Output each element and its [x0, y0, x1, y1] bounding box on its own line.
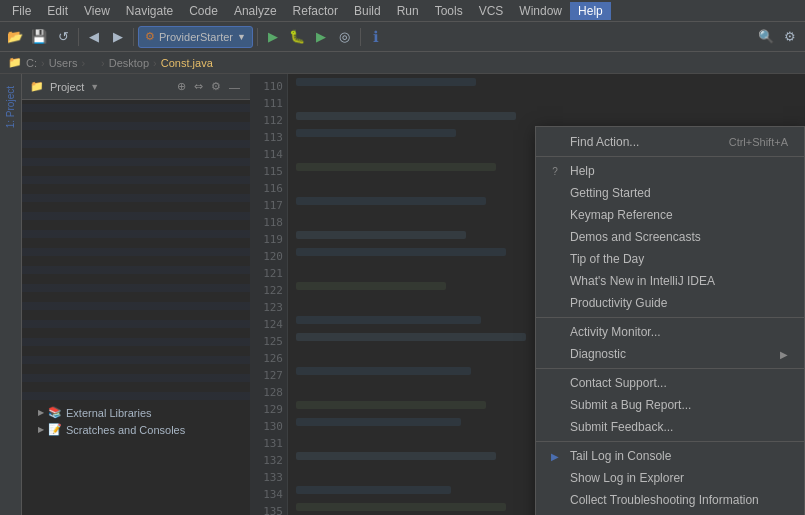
menu-item-keymap[interactable]: Keymap Reference: [536, 204, 804, 226]
run-config-selector[interactable]: ⚙ ProviderStarter ▼: [138, 26, 253, 48]
productivity-label: Productivity Guide: [570, 296, 667, 310]
getting-started-label: Getting Started: [570, 186, 651, 200]
toolbar-save-btn[interactable]: 💾: [28, 26, 50, 48]
toolbar-refresh-btn[interactable]: ↺: [52, 26, 74, 48]
menu-item-whats-new[interactable]: What's New in IntelliJ IDEA: [536, 270, 804, 292]
toolbar-sep4: [360, 28, 361, 46]
menu-sep-0: [536, 156, 804, 157]
menu-item-help[interactable]: ? Help: [536, 160, 804, 182]
menu-item-diagnostic[interactable]: Diagnostic ▶: [536, 343, 804, 365]
find-action-label: Find Action...: [570, 135, 639, 149]
collect-label: Collect Troubleshooting Information: [570, 493, 759, 507]
run-config-icon: ⚙: [145, 30, 155, 43]
toolbar: 📂 💾 ↺ ◀ ▶ ⚙ ProviderStarter ▼ ▶ 🐛 ▶ ◎ ℹ …: [0, 22, 805, 52]
menu-sep-2: [536, 368, 804, 369]
whats-new-label: What's New in IntelliJ IDEA: [570, 274, 715, 288]
tip-label: Tip of the Day: [570, 252, 644, 266]
contact-support-label: Contact Support...: [570, 376, 667, 390]
menu-window[interactable]: Window: [511, 2, 570, 20]
menu-run[interactable]: Run: [389, 2, 427, 20]
breadcrumb-folder-icon: 📁: [8, 56, 22, 69]
menu-refactor[interactable]: Refactor: [285, 2, 346, 20]
menu-item-tip[interactable]: Tip of the Day: [536, 248, 804, 270]
menu-item-demos[interactable]: Demos and Screencasts: [536, 226, 804, 248]
tree-scratches-label: Scratches and Consoles: [66, 424, 185, 436]
help-icon: ?: [548, 166, 562, 177]
menu-tools[interactable]: Tools: [427, 2, 471, 20]
toolbar-run-btn[interactable]: ▶: [262, 26, 284, 48]
menu-edit[interactable]: Edit: [39, 2, 76, 20]
tail-log-arrow-icon: ▶: [548, 451, 562, 462]
line-numbers: 110111112113114 115116117118119 12012112…: [250, 74, 288, 515]
menu-file[interactable]: File: [4, 2, 39, 20]
run-config-arrow: ▼: [237, 32, 246, 42]
left-stripe: 1: Project: [0, 74, 22, 515]
menu-view[interactable]: View: [76, 2, 118, 20]
breadcrumb-desktop[interactable]: Desktop: [109, 57, 149, 69]
toolbar-info-btn[interactable]: ℹ: [365, 26, 387, 48]
panel-locate-btn[interactable]: ⊕: [175, 80, 188, 93]
menu-item-activity[interactable]: Activity Monitor...: [536, 321, 804, 343]
toolbar-profile-btn[interactable]: ◎: [334, 26, 356, 48]
menu-item-getting-started[interactable]: Getting Started: [536, 182, 804, 204]
toolbar-sep1: [78, 28, 79, 46]
project-panel: 1: Project 📁 Project ▼ ⊕ ⇔ ⚙ —: [0, 74, 250, 515]
menu-item-show-log[interactable]: Show Log in Explorer: [536, 467, 804, 489]
toolbar-search-btn[interactable]: 🔍: [755, 26, 777, 48]
breadcrumb-file[interactable]: Const.java: [161, 57, 213, 69]
demos-label: Demos and Screencasts: [570, 230, 701, 244]
breadcrumb-drive[interactable]: C:: [26, 57, 37, 69]
toolbar-settings-btn[interactable]: ⚙: [779, 26, 801, 48]
run-config-name: ProviderStarter: [159, 31, 233, 43]
tree-libraries-icon: 📚: [48, 406, 62, 419]
panel-header-icons: ⊕ ⇔ ⚙ —: [175, 80, 242, 93]
editor-area: 110111112113114 115116117118119 12012112…: [250, 74, 805, 515]
help-label: Help: [570, 164, 595, 178]
submit-bug-label: Submit a Bug Report...: [570, 398, 691, 412]
panel-title: Project: [50, 81, 84, 93]
menu-item-submit-bug[interactable]: Submit a Bug Report...: [536, 394, 804, 416]
toolbar-back-btn[interactable]: ◀: [83, 26, 105, 48]
find-action-shortcut: Ctrl+Shift+A: [729, 136, 788, 148]
menu-item-productivity[interactable]: Productivity Guide: [536, 292, 804, 314]
menu-code[interactable]: Code: [181, 2, 226, 20]
tree-arrow-icon: ▶: [38, 408, 44, 417]
breadcrumb-users[interactable]: Users: [49, 57, 78, 69]
menu-analyze[interactable]: Analyze: [226, 2, 285, 20]
menu-item-contact-support[interactable]: Contact Support...: [536, 372, 804, 394]
menu-item-collect-troubleshooting[interactable]: Collect Troubleshooting Information: [536, 489, 804, 511]
toolbar-debug-btn[interactable]: 🐛: [286, 26, 308, 48]
menu-bar: File Edit View Navigate Code Analyze Ref…: [0, 0, 805, 22]
menu-navigate[interactable]: Navigate: [118, 2, 181, 20]
project-tab-label[interactable]: 1: Project: [3, 82, 18, 132]
diagnostic-submenu-arrow: ▶: [780, 349, 788, 360]
activity-label: Activity Monitor...: [570, 325, 661, 339]
panel-close-btn[interactable]: —: [227, 80, 242, 93]
toolbar-forward-btn[interactable]: ▶: [107, 26, 129, 48]
panel-settings-btn[interactable]: ⚙: [209, 80, 223, 93]
breadcrumb: 📁 C: › Users › › Desktop › Const.java: [0, 52, 805, 74]
panel-header: 📁 Project ▼ ⊕ ⇔ ⚙ —: [22, 74, 250, 100]
tree-item-scratches[interactable]: ▶ 📝 Scratches and Consoles: [22, 421, 250, 438]
panel-collapse-btn[interactable]: ⇔: [192, 80, 205, 93]
tree-libraries-label: External Libraries: [66, 407, 152, 419]
panel-folder-icon: 📁: [30, 80, 44, 93]
panel-arrow: ▼: [90, 82, 99, 92]
show-log-label: Show Log in Explorer: [570, 471, 684, 485]
toolbar-sep2: [133, 28, 134, 46]
menu-item-tail-log[interactable]: ▶ Tail Log in Console: [536, 445, 804, 467]
menu-build[interactable]: Build: [346, 2, 389, 20]
tree-item-external-libraries[interactable]: ▶ 📚 External Libraries: [22, 404, 250, 421]
main-layout: 1: Project 📁 Project ▼ ⊕ ⇔ ⚙ —: [0, 74, 805, 515]
keymap-label: Keymap Reference: [570, 208, 673, 222]
toolbar-open-btn[interactable]: 📂: [4, 26, 26, 48]
menu-help[interactable]: Help: [570, 2, 611, 20]
menu-sep-1: [536, 317, 804, 318]
menu-item-submit-feedback[interactable]: Submit Feedback...: [536, 416, 804, 438]
toolbar-coverage-btn[interactable]: ▶: [310, 26, 332, 48]
menu-item-compress-logs[interactable]: Compress Logs and Show in Explorer: [536, 511, 804, 515]
menu-item-find-action[interactable]: Find Action... Ctrl+Shift+A: [536, 131, 804, 153]
tree-arrow-icon2: ▶: [38, 425, 44, 434]
menu-vcs[interactable]: VCS: [471, 2, 512, 20]
menu-sep-3: [536, 441, 804, 442]
